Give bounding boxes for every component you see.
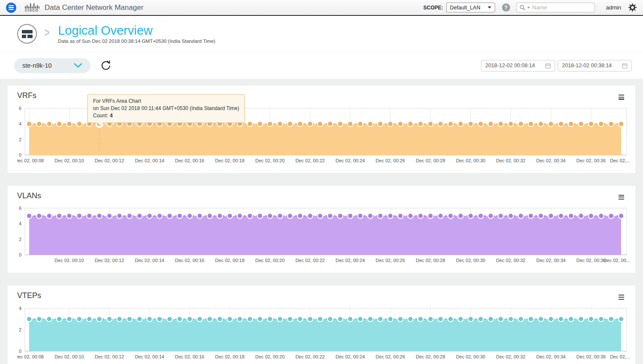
vlans-chart-card: VLANs Dec 02, 00:10Dec 02, 00:12Dec 02, …: [8, 186, 635, 273]
svg-text:6: 6: [19, 206, 21, 211]
search-input[interactable]: [532, 4, 579, 11]
svg-text:Dec 02, 00:14: Dec 02, 00:14: [135, 354, 165, 359]
svg-text:Dec 02,...: Dec 02,...: [610, 354, 630, 359]
data-as-of-timestamp: Data as of Sun Dec 02 2018 00:38:14 GMT+…: [58, 39, 215, 44]
svg-text:Dec 02, 00:26: Dec 02, 00:26: [376, 158, 405, 163]
svg-text:Dec 02, 00:30: Dec 02, 00:30: [456, 354, 486, 359]
chevron-down-icon: [74, 63, 82, 68]
svg-text:4: 4: [19, 121, 21, 126]
area-fill: [29, 319, 621, 351]
page-title: Logical Overview: [58, 24, 215, 37]
svg-text:Dec 02, 00:30: Dec 02, 00:30: [456, 158, 486, 163]
svg-text:Dec 02, 00:12: Dec 02, 00:12: [95, 158, 124, 163]
svg-text:Dec 02, 00:16: Dec 02, 00:16: [175, 354, 204, 359]
charts-area: VRFs For VRFs Area Chart on Sun Dec 02 2…: [0, 79, 643, 364]
svg-text:Dec 02, 00:32: Dec 02, 00:32: [496, 258, 526, 263]
y-axis-labels: 024: [19, 307, 21, 354]
svg-text:0: 0: [19, 252, 21, 257]
cisco-brand-text: CISCO: [25, 8, 39, 12]
svg-text:Dec 02, 00:24: Dec 02, 00:24: [336, 258, 365, 263]
vlans-area-chart-svg: Dec 02, 00:10Dec 02, 00:12Dec 02, 00:14D…: [17, 206, 631, 266]
chart-menu-icon[interactable]: [616, 291, 627, 303]
calendar-icon[interactable]: [545, 63, 551, 69]
svg-text:Dec 02, 00:18: Dec 02, 00:18: [215, 258, 245, 263]
x-axis-labels: Dec 02, 00:08Dec 02, 00:10Dec 02, 00:12D…: [17, 354, 630, 359]
breadcrumb: > Logical Overview Data as of Sun Dec 02…: [0, 16, 643, 52]
svg-text:2: 2: [19, 237, 21, 242]
svg-text:Dec 02, 00:34: Dec 02, 00:34: [536, 158, 566, 163]
svg-text:Dec 02, 00:28: Dec 02, 00:28: [416, 354, 445, 359]
date-to-input[interactable]: 2018-12-02 00:38:14: [558, 60, 632, 72]
help-icon[interactable]: ?: [502, 3, 510, 12]
x-axis-labels: Dec 02, 00:10Dec 02, 00:12Dec 02, 00:14D…: [54, 258, 630, 263]
tooltip-line1: For VRFs Area Chart: [93, 98, 239, 105]
y-axis-labels: 0246: [19, 107, 21, 158]
device-select-value: ste-n9k-10: [22, 62, 52, 69]
chart-menu-icon[interactable]: [616, 91, 627, 103]
svg-text:Dec 02, 00:14: Dec 02, 00:14: [135, 258, 165, 263]
svg-text:Dec 02, 00:18: Dec 02, 00:18: [215, 158, 245, 163]
scope-value: Default_LAN: [450, 5, 481, 11]
dashboard-icon[interactable]: [17, 24, 37, 44]
chart-menu-icon[interactable]: [616, 191, 627, 203]
svg-text:Dec 02,...: Dec 02,...: [610, 158, 630, 163]
chart-tooltip: For VRFs Area Chart on Sun Dec 02 2018 0…: [87, 94, 245, 123]
svg-text:Dec 02, 00:10: Dec 02, 00:10: [54, 258, 84, 263]
svg-text:Dec 02, 00:16: Dec 02, 00:16: [175, 158, 204, 163]
svg-text:Dec 02, 00:12: Dec 02, 00:12: [95, 258, 124, 263]
svg-text:0: 0: [19, 152, 21, 158]
hamburger-menu-icon[interactable]: [6, 3, 16, 13]
scope-select[interactable]: Default_LAN: [446, 3, 495, 12]
area-fill: [29, 124, 621, 155]
app-title: Data Center Network Manager: [45, 3, 144, 12]
svg-text:Dec 02, 00:34: Dec 02, 00:34: [536, 354, 566, 359]
svg-text:Dec 02, 00:22: Dec 02, 00:22: [295, 258, 325, 263]
chevron-down-icon: [488, 6, 491, 9]
calendar-icon[interactable]: [622, 63, 628, 69]
date-from-value: 2018-12-02 00:08:14: [485, 63, 535, 69]
date-from-input[interactable]: 2018-12-02 00:08:14: [481, 60, 555, 72]
vteps-chart-card: VTEPs Dec 02, 00:08Dec 02, 00:10Dec 02, …: [8, 286, 635, 364]
svg-text:Dec 02, 00:24: Dec 02, 00:24: [336, 158, 365, 163]
svg-text:Dec 02, 00...: Dec 02, 00...: [604, 258, 630, 263]
x-axis-labels: Dec 02, 00:08Dec 02, 00:10Dec 02, 00:12D…: [17, 158, 630, 163]
tooltip-count: Count:4: [93, 112, 239, 119]
vrfs-chart-card: VRFs For VRFs Area Chart on Sun Dec 02 2…: [8, 86, 635, 173]
svg-text:Dec 02, 00:12: Dec 02, 00:12: [95, 354, 124, 359]
svg-text:6: 6: [19, 107, 21, 111]
svg-text:Dec 02, 00:32: Dec 02, 00:32: [496, 158, 526, 163]
user-name[interactable]: admin: [606, 4, 621, 11]
date-to-value: 2018-12-02 00:38:14: [562, 63, 612, 69]
gear-icon[interactable]: [628, 3, 637, 12]
svg-text:Dec 02, 00:08: Dec 02, 00:08: [17, 354, 44, 359]
svg-text:Dec 02, 00:22: Dec 02, 00:22: [295, 354, 325, 359]
search-filter-caret-icon[interactable]: [527, 7, 530, 9]
svg-text:Dec 02, 00:24: Dec 02, 00:24: [336, 354, 365, 359]
svg-text:2: 2: [19, 137, 21, 142]
tooltip-count-value: 4: [110, 113, 113, 119]
search-icon: [520, 5, 526, 11]
y-axis-labels: 0246: [19, 206, 21, 257]
chart-title-vlans: VLANs: [17, 191, 41, 200]
svg-text:Dec 02, 00:14: Dec 02, 00:14: [135, 158, 165, 163]
svg-text:Dec 02, 00:36: Dec 02, 00:36: [577, 158, 606, 163]
chart-title-vrfs: VRFs: [17, 91, 36, 100]
svg-text:4: 4: [19, 307, 21, 311]
svg-text:Dec 02, 00:36: Dec 02, 00:36: [577, 258, 606, 263]
svg-text:Dec 02, 00:18: Dec 02, 00:18: [215, 354, 245, 359]
refresh-button[interactable]: [100, 60, 111, 71]
cisco-logo: CISCO: [24, 3, 39, 12]
breadcrumb-chevron-icon: >: [45, 25, 50, 40]
tooltip-line2: on Sun Dec 02 2018 00:11:44 GMT+0530 (In…: [93, 105, 239, 112]
svg-text:Dec 02, 00:20: Dec 02, 00:20: [255, 354, 285, 359]
filter-bar: ste-n9k-10 2018-12-02 00:08:14 2018-12-0…: [0, 52, 643, 79]
svg-text:Dec 02, 00:20: Dec 02, 00:20: [255, 258, 285, 263]
svg-text:Dec 02, 00:32: Dec 02, 00:32: [496, 354, 526, 359]
area-fill: [29, 216, 621, 255]
search-box[interactable]: [516, 3, 595, 12]
svg-text:4: 4: [19, 221, 21, 226]
device-select[interactable]: ste-n9k-10: [14, 58, 90, 73]
svg-text:Dec 02, 00:26: Dec 02, 00:26: [376, 258, 405, 263]
top-bar: CISCO Data Center Network Manager SCOPE:…: [0, 0, 643, 16]
svg-text:Dec 02, 00:26: Dec 02, 00:26: [376, 354, 405, 359]
